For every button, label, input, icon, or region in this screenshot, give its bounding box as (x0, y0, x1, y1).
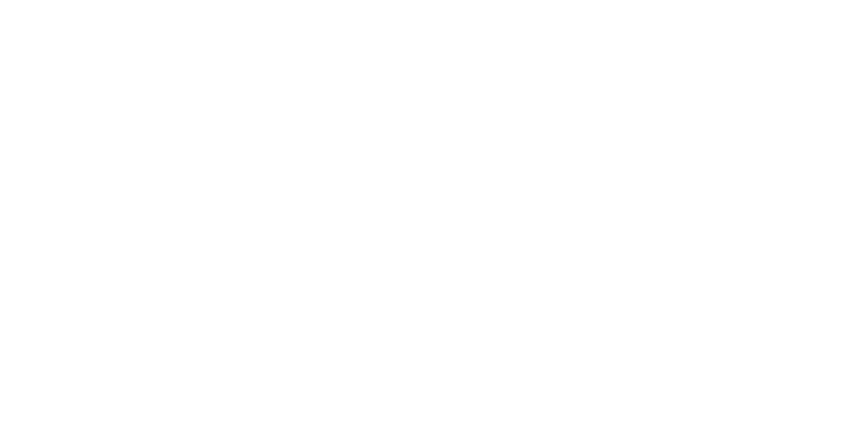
svg-text:66: 66 (621, 65, 633, 77)
svg-text:FLUSH TANK: FLUSH TANK (654, 116, 735, 130)
svg-text:56: 56 (373, 165, 385, 177)
svg-text:54: 54 (339, 133, 351, 145)
svg-text:66: 66 (309, 106, 321, 119)
svg-text:C: C (402, 263, 411, 276)
svg-text:68: 68 (410, 195, 423, 207)
svg-text:44: 44 (606, 244, 620, 258)
svg-text:48: 48 (706, 231, 718, 243)
svg-text:62: 62 (373, 298, 385, 311)
svg-text:SEAL: SEAL (678, 99, 712, 114)
svg-text:MIXTURE TANK: MIXTURE TANK (464, 284, 560, 298)
svg-text:T: T (59, 185, 65, 198)
svg-text:28: 28 (779, 60, 793, 74)
svg-text:64: 64 (77, 174, 90, 187)
svg-text:F: F (776, 171, 783, 184)
svg-text:26: 26 (358, 72, 372, 86)
svg-rect-1 (263, 24, 395, 86)
svg-rect-39 (30, 290, 162, 297)
svg-text:42: 42 (414, 225, 426, 237)
svg-text:54: 54 (602, 31, 615, 44)
svg-text:54: 54 (147, 31, 159, 44)
svg-text:52: 52 (403, 9, 417, 23)
svg-text:CONTROLLER: CONTROLLER (280, 36, 379, 52)
svg-text:60: 60 (376, 259, 389, 271)
svg-text:ADDITIVE TANK: ADDITIVE TANK (350, 116, 448, 130)
svg-text:SEAL FLUSH: SEAL FLUSH (472, 267, 552, 281)
svg-text:F: F (396, 171, 402, 184)
svg-text:70: 70 (704, 195, 716, 207)
svg-text:58: 58 (798, 165, 810, 177)
svg-text:30: 30 (608, 272, 622, 287)
svg-text:72: 72 (342, 274, 354, 286)
svg-text:50: 50 (346, 313, 359, 326)
diagram-container: CONTROLLER 52 CATALYST INHIBITING ADDITI… (0, 0, 868, 440)
svg-text:CATALYST INHIBITING: CATALYST INHIBITING (330, 99, 468, 114)
svg-text:46: 46 (760, 77, 775, 91)
svg-text:24: 24 (149, 212, 161, 224)
svg-text:40: 40 (476, 77, 490, 91)
